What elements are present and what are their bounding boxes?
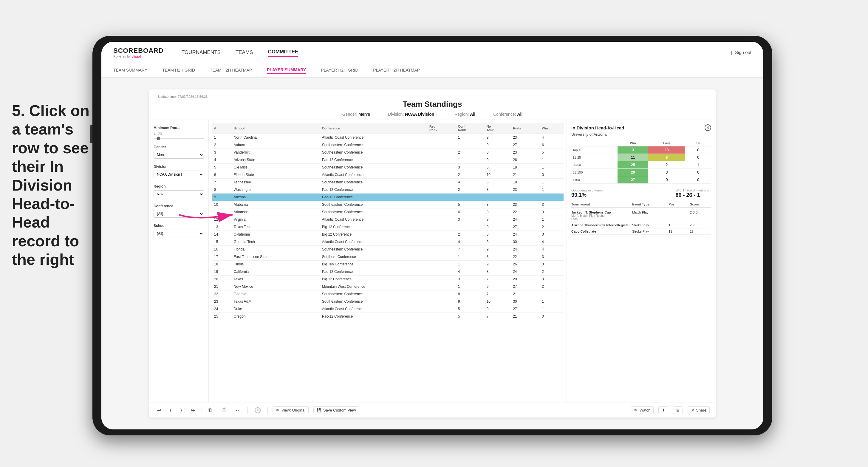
table-row[interactable]: 13 Texas Tech Big 12 Conference 1 9 27 2 xyxy=(212,223,563,231)
cell-rnds: 30 xyxy=(510,238,539,246)
table-row[interactable]: 10 Alabama Southeastern Conference 5 8 2… xyxy=(212,201,563,209)
cell-conf-rank: 2 xyxy=(456,149,484,156)
cell-rank: 1 xyxy=(212,134,231,142)
table-row[interactable]: 18 Illinois Big Ten Conference 1 9 26 3 xyxy=(212,261,563,268)
cell-conference: Atlantic Coast Conference xyxy=(320,305,427,313)
sub-nav: TEAM SUMMARY TEAM H2H GRID TEAM H2H HEAT… xyxy=(101,63,763,77)
cell-conference: Atlantic Coast Conference xyxy=(320,171,427,179)
table-row[interactable]: 11 Arkansas Southeastern Conference 6 8 … xyxy=(212,209,563,216)
clock-button[interactable]: 🕐 xyxy=(253,406,263,415)
gender-select[interactable]: Men's Women's xyxy=(154,151,204,159)
nav-teams[interactable]: TEAMS xyxy=(236,48,253,57)
cell-conf-rank: 1 xyxy=(456,283,484,290)
step-back-button[interactable]: ⟨ xyxy=(168,406,174,415)
view-original-button[interactable]: 👁 View: Original xyxy=(273,406,309,414)
tournament-pos: 1 xyxy=(669,223,690,227)
copy-button[interactable]: ⧉ xyxy=(207,406,214,414)
table-row[interactable]: 24 Duke Atlantic Coast Conference 5 9 27… xyxy=(212,305,563,313)
cell-no-tour: 9 xyxy=(484,156,511,164)
share-button[interactable]: ↗ Share xyxy=(688,406,710,414)
h2h-cell-win: 20 xyxy=(618,169,648,176)
toolbar-separator-3 xyxy=(268,407,268,414)
paste-button[interactable]: 📋 xyxy=(219,406,229,415)
table-row[interactable]: 17 East Tennessee State Southern Confere… xyxy=(212,253,563,261)
h2h-close-button[interactable]: ✕ xyxy=(705,124,711,131)
nav-bar: SCOREBOARD Powered by clippd TOURNAMENTS… xyxy=(101,42,763,63)
table-row[interactable]: 4 Arizona State Pac-12 Conference 1 9 26… xyxy=(212,156,563,164)
cell-win: 6 xyxy=(539,142,563,149)
table-row[interactable]: 2 Auburn Southeastern Conference 1 9 27 … xyxy=(212,142,563,149)
sub-nav-player-h2h-heatmap[interactable]: PLAYER H2H HEATMAP xyxy=(373,66,420,74)
cell-win: 0 xyxy=(539,171,563,179)
cell-win: 1 xyxy=(539,290,563,298)
nav-committee[interactable]: COMMITTEE xyxy=(268,48,298,57)
sub-nav-team-h2h-heatmap[interactable]: TEAM H2H HEATMAP xyxy=(210,66,252,74)
cell-conf-rank: 1 xyxy=(456,253,484,261)
cell-school: Tennessee xyxy=(231,179,320,186)
table-row[interactable]: 1 North Carolina Atlantic Coast Conferen… xyxy=(212,134,563,142)
sub-nav-player-h2h-grid[interactable]: PLAYER H2H GRID xyxy=(321,66,358,74)
redo-button[interactable]: ↪ xyxy=(189,406,197,415)
h2h-cell-win: 3 xyxy=(618,147,648,154)
tournament-rows: Jackson T. Stephens Cup Men's Match-Play… xyxy=(571,209,711,235)
cell-school: East Tennessee State xyxy=(231,253,320,261)
sub-nav-team-summary[interactable]: TEAM SUMMARY xyxy=(113,66,147,74)
cell-conf-rank: 8 xyxy=(456,290,484,298)
cell-school: North Carolina xyxy=(231,134,320,142)
cell-conference: Atlantic Coast Conference xyxy=(320,134,427,142)
h2h-cell-tie: 1 xyxy=(685,161,711,169)
sub-nav-team-h2h-grid[interactable]: TEAM H2H GRID xyxy=(162,66,195,74)
logo-area: SCOREBOARD Powered by clippd xyxy=(113,47,164,58)
table-row[interactable]: 12 Virginia Atlantic Coast Conference 3 … xyxy=(212,216,563,223)
undo-button[interactable]: ↩ xyxy=(155,406,163,415)
cell-reg-rank xyxy=(427,261,456,268)
table-row[interactable]: 3 Vanderbilt Southeastern Conference 2 8… xyxy=(212,149,563,156)
view-original-label: View: Original xyxy=(281,408,305,412)
filter-group-division: Division NCAA Division I xyxy=(154,165,204,178)
table-row[interactable]: 6 Florida State Atlantic Coast Conferenc… xyxy=(212,171,563,179)
min-rounds-slider[interactable] xyxy=(154,138,204,139)
save-custom-button[interactable]: 💾 Save Custom View xyxy=(313,406,359,414)
table-row[interactable]: 15 Georgia Tech Atlantic Coast Conferenc… xyxy=(212,238,563,246)
step-forward-button[interactable]: ⟩ xyxy=(178,406,184,415)
cell-rnds: 23 xyxy=(510,134,539,142)
table-row[interactable]: 9 Arizona Pac-12 Conference xyxy=(212,193,563,201)
cell-conf-rank: 4 xyxy=(456,268,484,276)
table-row[interactable]: 22 Georgia Southeastern Conference 8 7 2… xyxy=(212,290,563,298)
table-row[interactable]: 14 Oklahoma Big 12 Conference 2 8 24 3 xyxy=(212,231,563,238)
tournament-score: -17 xyxy=(690,223,711,227)
table-row[interactable]: 16 Florida Southeastern Conference 7 9 2… xyxy=(212,246,563,253)
cell-no-tour: 8 xyxy=(484,201,511,209)
tablet-side-button xyxy=(90,125,92,143)
division-select[interactable]: NCAA Division I xyxy=(154,170,204,178)
cell-no-tour: 9 xyxy=(484,283,511,290)
table-row[interactable]: 25 Oregon Pac-12 Conference 5 7 21 0 xyxy=(212,313,563,320)
table-row[interactable]: 8 Washington Pac-12 Conference 2 8 23 1 xyxy=(212,186,563,193)
nav-tournaments[interactable]: TOURNAMENTS xyxy=(182,48,221,57)
watch-button[interactable]: 👁 Watch xyxy=(631,406,654,414)
grid-button[interactable]: ⊞ xyxy=(673,406,683,414)
cell-no-tour: 7 xyxy=(484,276,511,283)
cell-rnds: 22 xyxy=(510,253,539,261)
cell-conf-rank: 5 xyxy=(456,305,484,313)
col-reg-rank: RegRank xyxy=(427,123,456,134)
table-row[interactable]: 7 Tennessee Southeastern Conference 4 6 … xyxy=(212,179,563,186)
h2h-col-range xyxy=(571,140,618,147)
download-button[interactable]: ⬇ xyxy=(658,406,668,414)
cell-no-tour: 7 xyxy=(484,313,511,320)
more-button[interactable]: ⋯ xyxy=(234,406,243,415)
cell-win: 1 xyxy=(539,164,563,171)
table-row[interactable]: 5 Ole Miss Southeastern Conference 3 6 1… xyxy=(212,164,563,171)
dashboard-card: Update time: 27/03/2024 16:56:26 Team St… xyxy=(149,90,716,417)
sign-out-link[interactable]: Sign out xyxy=(735,50,751,55)
table-row[interactable]: 21 New Mexico Mountain West Conference 1… xyxy=(212,283,563,290)
cell-school: Vanderbilt xyxy=(231,149,320,156)
table-row[interactable]: 19 California Pac-12 Conference 4 8 24 2 xyxy=(212,268,563,276)
cell-reg-rank xyxy=(427,171,456,179)
table-row[interactable]: 23 Texas A&M Southeastern Conference 9 1… xyxy=(212,298,563,305)
cell-conference: Southeastern Conference xyxy=(320,179,427,186)
table-row[interactable]: 20 Texas Big 12 Conference 3 7 20 0 xyxy=(212,276,563,283)
cell-school: Illinois xyxy=(231,261,320,268)
cell-rank: 24 xyxy=(212,305,231,313)
sub-nav-player-summary[interactable]: PLAYER SUMMARY xyxy=(267,66,306,74)
